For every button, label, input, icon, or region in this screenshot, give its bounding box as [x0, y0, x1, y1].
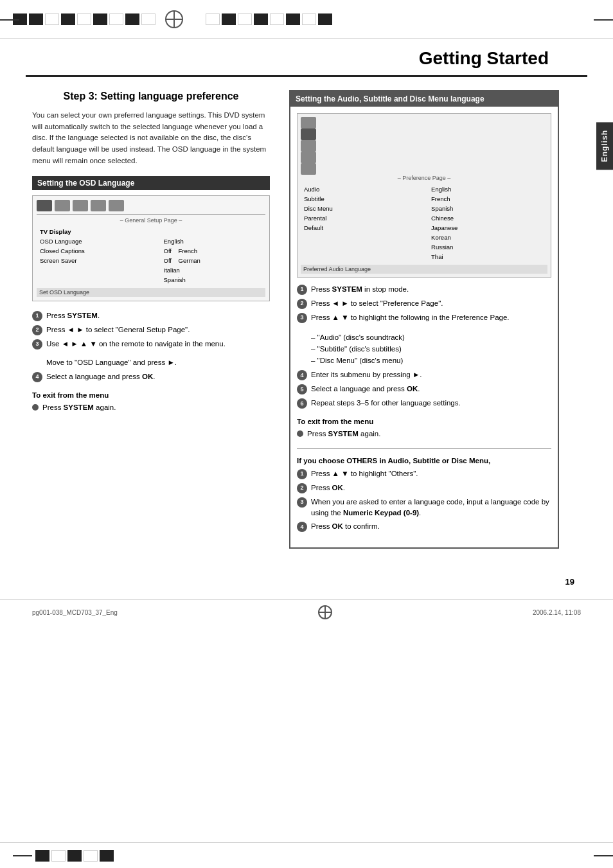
osd-section-title: Setting the OSD Language [32, 176, 270, 190]
bar-block-r6 [286, 13, 300, 25]
osd-label-empty2 [38, 276, 161, 284]
osd-screen-mockup: – General Setup Page – TV Display OSD La… [32, 195, 270, 301]
if-others-step-num-3: 3 [297, 497, 307, 508]
bar-block-r1 [206, 13, 220, 25]
osd-steps-list-2: 4 Select a language and press OK. [32, 371, 270, 382]
osd-row-4: Screen Saver Off German [38, 256, 264, 265]
pref-screen-table: Audio English Subtitle French Disc Menu … [301, 184, 547, 262]
right-substep-audio: "Audio" (disc's soundtrack) [311, 332, 551, 342]
osd-step-3-text: Use ◄ ► ▲ ▼ on the remote to navigate in… [46, 339, 226, 350]
right-step-num-6: 6 [297, 398, 307, 409]
pref-label-parental: Parental [302, 214, 428, 222]
if-others-step-num-2: 2 [297, 483, 307, 493]
bar-block-4 [61, 13, 75, 25]
osd-step-4: 4 Select a language and press OK. [32, 371, 270, 382]
if-others-step-3-text: When you are asked to enter a language c… [311, 497, 551, 518]
right-step-2-text: Press ◄ ► to select "Preference Page". [311, 298, 443, 309]
osd-english-selected: English [164, 238, 184, 245]
bar-block-r7 [302, 13, 316, 25]
right-column: Setting the Audio, Subtitle and Disc Men… [289, 90, 559, 558]
top-line-right [594, 19, 613, 21]
bar-block-8 [125, 13, 139, 25]
right-steps-list-2: 4 Enter its submenu by pressing ►. 5 Sel… [297, 369, 551, 409]
screen-tab-3 [73, 200, 88, 211]
pref-value-audio: English [429, 185, 546, 193]
bar-block-r5 [270, 13, 284, 25]
osd-label-empty1 [38, 266, 161, 274]
ok-bold-1: OK [142, 373, 153, 380]
right-step-3: 3 Press ▲ ▼ to highlight the following i… [297, 312, 551, 323]
osd-step-num-3: 3 [32, 339, 42, 350]
right-step-6-text: Repeat steps 3–5 for other language sett… [311, 398, 461, 409]
osd-row-1: TV Display [38, 227, 264, 236]
osd-step-2-text: Press ◄ ► to select "General Setup Page"… [46, 324, 190, 335]
intro-text: You can select your own preferred langua… [32, 110, 270, 167]
pref-row-default: Default Japanese [302, 224, 546, 232]
pref-value-japanese: Japanese [429, 224, 546, 232]
page-title-area: Getting Started [26, 39, 587, 77]
pref-value-thai: Thai [429, 252, 546, 261]
bar-block-r8 [318, 13, 332, 25]
right-step-3-text: Press ▲ ▼ to highlight the following in … [311, 312, 510, 323]
if-others-steps: 1 Press ▲ ▼ to highlight "Others". 2 Pre… [297, 468, 551, 532]
osd-screen-table: TV Display OSD Language English Closed C… [37, 226, 265, 285]
pref-tab-4 [301, 152, 316, 163]
pref-row-audio: Audio English [302, 185, 546, 193]
if-others-box: If you choose OTHERS in Audio, Subtitle … [297, 457, 551, 532]
system-bold-r1: SYSTEM [332, 285, 362, 293]
ok-bold-others2: OK [332, 484, 343, 492]
osd-step-1: 1 Press SYSTEM. [32, 310, 270, 321]
right-step-2: 2 Press ◄ ► to select "Preference Page". [297, 298, 551, 309]
pref-value-spanish: Spanish [429, 204, 546, 213]
if-others-step-2: 2 Press OK. [297, 483, 551, 493]
if-others-step-1: 1 Press ▲ ▼ to highlight "Others". [297, 468, 551, 479]
audio-english-selected: English [431, 186, 451, 193]
osd-label-ss: Screen Saver [38, 256, 161, 265]
pref-row-parental: Parental Chinese [302, 214, 546, 222]
right-step-num-3: 3 [297, 313, 307, 323]
pref-label-audio: Audio [302, 185, 428, 193]
bottom-decorative-bar [0, 842, 613, 868]
right-substep-subtitle: "Subtitle" (disc's subtitles) [311, 344, 551, 354]
left-column: Step 3: Setting language preference You … [32, 90, 270, 558]
pref-row-subtitle: Subtitle French [302, 195, 546, 203]
pref-label-subtitle: Subtitle [302, 195, 428, 203]
bar-block-r4 [254, 13, 268, 25]
pref-label-empty1 [302, 233, 428, 242]
pref-tab-3 [301, 140, 316, 152]
pref-value-chinese: Chinese [429, 214, 546, 222]
if-others-step-num-1: 1 [297, 469, 307, 479]
page-title: Getting Started [419, 48, 549, 68]
if-others-step-2-text: Press OK. [311, 483, 345, 493]
bar-block-3 [45, 13, 59, 25]
osd-step-1-text: Press SYSTEM. [46, 310, 100, 321]
pref-tab-5 [301, 163, 316, 175]
osd-value-spanish: Spanish [162, 276, 264, 284]
osd-step-num-2: 2 [32, 325, 42, 335]
bottom-bar-block-3 [67, 850, 82, 862]
crosshair-icon-top [165, 10, 183, 28]
osd-steps-list: 1 Press SYSTEM. 2 Press ◄ ► to select "G… [32, 310, 270, 350]
right-exit-step: Press SYSTEM again. [297, 429, 551, 439]
top-bar-left-blocks [13, 13, 155, 25]
footer-right: 2006.2.14, 11:08 [533, 609, 581, 616]
pref-label-empty2 [302, 243, 428, 251]
bar-block-6 [93, 13, 107, 25]
osd-step-4-text: Select a language and press OK. [46, 371, 155, 382]
bar-block-r2 [222, 13, 236, 25]
osd-row-5: Italian [38, 266, 264, 274]
ok-bold-others4: OK [332, 522, 343, 530]
osd-step-num-1: 1 [32, 311, 42, 321]
footer-left: pg001-038_MCD703_37_Eng [32, 609, 118, 616]
if-others-step-num-4: 4 [297, 522, 307, 532]
right-box-body: – Preference Page – Audio English Subtit… [290, 107, 558, 547]
right-exit-heading: To exit from the menu [297, 418, 551, 425]
bottom-line-left [13, 855, 32, 856]
bar-block-9 [141, 13, 155, 25]
right-step-num-5: 5 [297, 384, 307, 394]
pref-screen-footer: Preferred Audio Language [301, 265, 547, 274]
right-step-5: 5 Select a language and press OK. [297, 384, 551, 394]
numeric-keypad-bold: Numeric Keypad (0-9) [343, 509, 419, 517]
bottom-bar-block-4 [84, 850, 98, 862]
right-step-1: 1 Press SYSTEM in stop mode. [297, 284, 551, 295]
